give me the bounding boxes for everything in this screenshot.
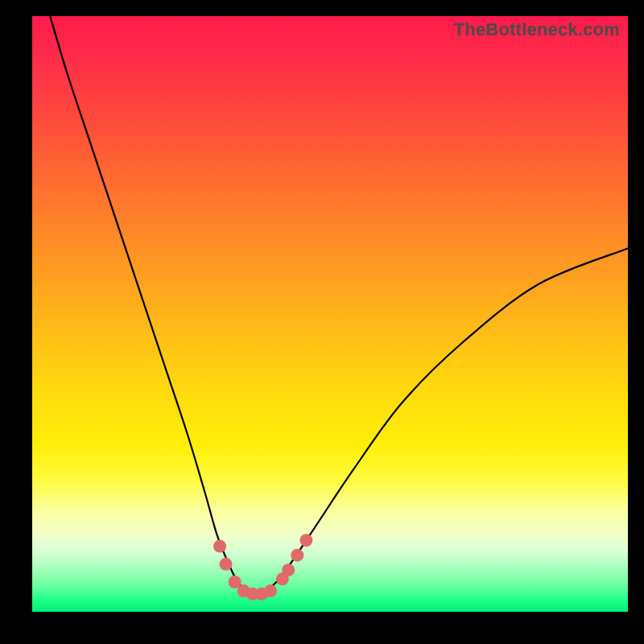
curve-data-points [213,534,312,601]
data-point [264,584,277,597]
data-point [299,534,312,547]
chart-plot-area: TheBottleneck.com [32,16,628,612]
data-point [220,558,233,571]
chart-frame: TheBottleneck.com [0,0,644,644]
curve-path [50,16,628,594]
data-point [282,564,295,576]
bottleneck-curve [32,16,628,612]
data-point [291,549,303,562]
data-point [213,540,226,553]
